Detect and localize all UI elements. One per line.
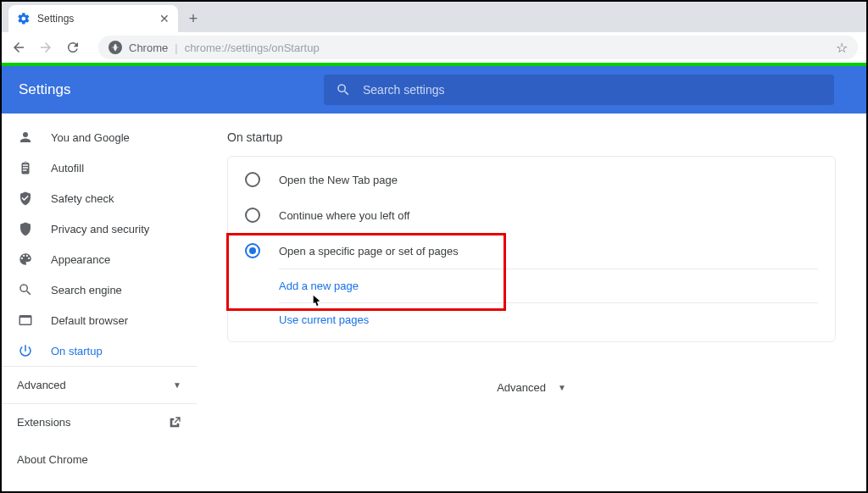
search-icon	[336, 82, 351, 97]
sidebar-item-autofill[interactable]: Autofill	[2, 152, 188, 183]
sidebar-item-you-and-google[interactable]: You and Google	[2, 122, 188, 152]
advanced-label: Advanced	[497, 381, 546, 394]
search-icon	[17, 281, 34, 298]
palette-icon	[17, 251, 34, 268]
sidebar-item-label: Appearance	[51, 253, 110, 266]
sidebar-advanced-toggle[interactable]: Advanced ▼	[2, 366, 197, 403]
option-continue[interactable]: Continue where you left off	[228, 197, 835, 233]
option-label: Open the New Tab page	[279, 174, 398, 186]
sidebar-about-link[interactable]: About Chrome	[2, 440, 197, 478]
sidebar-item-label: Privacy and security	[51, 223, 149, 235]
settings-header: Settings	[2, 66, 866, 114]
section-title: On startup	[227, 130, 836, 144]
use-current-pages-link[interactable]: Use current pages	[279, 303, 818, 336]
sidebar-item-on-startup[interactable]: On startup	[2, 335, 188, 366]
site-info-icon[interactable]	[108, 41, 122, 54]
option-label: Open a specific page or set of pages	[279, 245, 459, 258]
radio-icon	[245, 208, 260, 223]
about-label: About Chrome	[17, 453, 88, 466]
option-specific-pages[interactable]: Open a specific page or set of pages	[228, 233, 835, 269]
power-icon	[17, 342, 34, 359]
back-button[interactable]	[10, 39, 27, 56]
address-bar[interactable]: Chrome | chrome://settings/onStartup ☆	[98, 36, 858, 59]
sidebar-item-label: Search engine	[51, 284, 122, 296]
browser-icon	[17, 312, 34, 329]
tab-title: Settings	[37, 13, 74, 25]
sidebar-item-label: You and Google	[51, 131, 130, 144]
sidebar-item-label: On startup	[51, 345, 103, 357]
external-link-icon	[168, 416, 181, 429]
radio-icon	[245, 172, 260, 187]
sidebar-item-label: Autofill	[51, 162, 84, 174]
sidebar-item-label: Default browser	[51, 314, 128, 327]
sidebar-item-default-browser[interactable]: Default browser	[2, 305, 188, 335]
option-label: Continue where you left off	[279, 209, 409, 222]
browser-toolbar: Chrome | chrome://settings/onStartup ☆	[2, 32, 866, 63]
url-separator: |	[175, 42, 177, 54]
forward-button[interactable]	[37, 39, 54, 56]
search-settings-box[interactable]	[324, 75, 834, 105]
advanced-label: Advanced	[17, 379, 66, 391]
clipboard-icon	[17, 159, 34, 176]
settings-main: On startup Open the New Tab page Continu…	[197, 114, 866, 491]
add-new-page-link[interactable]: Add a new page	[279, 269, 818, 302]
chevron-down-icon: ▼	[558, 383, 566, 392]
sidebar-item-appearance[interactable]: Appearance	[2, 244, 188, 274]
option-new-tab[interactable]: Open the New Tab page	[228, 162, 835, 197]
reload-button[interactable]	[64, 39, 81, 56]
sidebar-item-label: Safety check	[51, 192, 114, 205]
shield-icon	[17, 220, 34, 237]
settings-sidebar: You and Google Autofill Safety check Pri…	[2, 114, 197, 491]
url-path: chrome://settings/onStartup	[185, 42, 320, 54]
gear-icon	[17, 12, 31, 25]
browser-tab[interactable]: Settings ✕	[8, 5, 178, 32]
chevron-down-icon: ▼	[173, 380, 181, 390]
sidebar-item-privacy[interactable]: Privacy and security	[2, 213, 188, 244]
url-scheme: Chrome	[129, 42, 168, 54]
sidebar-item-search-engine[interactable]: Search engine	[2, 274, 188, 305]
startup-options-card: Open the New Tab page Continue where you…	[227, 156, 836, 342]
radio-icon-selected	[245, 243, 260, 258]
search-input[interactable]	[363, 83, 822, 97]
tab-strip: Settings ✕ +	[2, 2, 866, 32]
shield-check-icon	[17, 190, 34, 207]
close-tab-icon[interactable]: ✕	[159, 12, 170, 25]
bookmark-icon[interactable]: ☆	[836, 40, 848, 56]
person-icon	[17, 129, 34, 146]
page-title: Settings	[19, 81, 307, 98]
main-advanced-toggle[interactable]: Advanced ▼	[227, 381, 836, 394]
new-tab-button[interactable]: +	[181, 7, 205, 30]
sidebar-item-safety-check[interactable]: Safety check	[2, 183, 188, 213]
extensions-label: Extensions	[17, 416, 71, 429]
sidebar-extensions-link[interactable]: Extensions	[2, 403, 197, 440]
